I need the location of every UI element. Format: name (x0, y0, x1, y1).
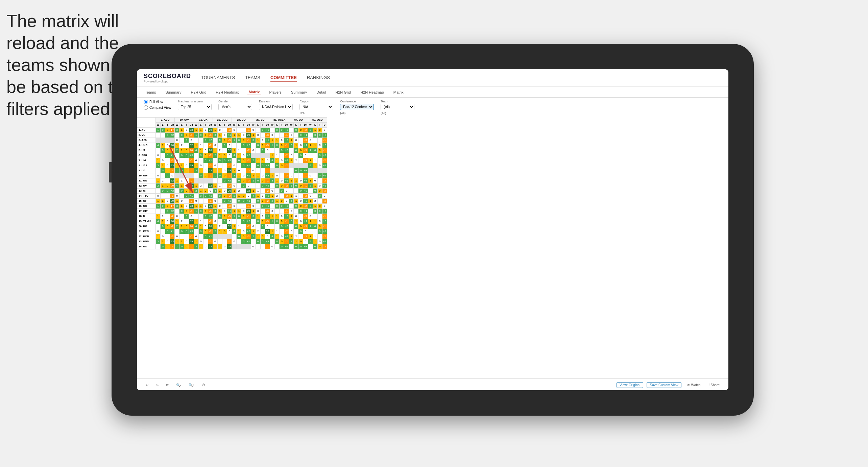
matrix-cell: +1 (284, 244, 289, 249)
sub-tab-h2h-grid[interactable]: H2H Grid (189, 90, 208, 95)
matrix-cell: 0 (270, 133, 275, 138)
matrix-cell (156, 168, 161, 173)
matrix-cell (260, 189, 265, 194)
sub-tab-h2h-grid2[interactable]: H2H Grid (334, 90, 352, 95)
matrix-cell: 0 (237, 158, 241, 163)
matrix-cell (308, 153, 313, 158)
matrix-cell: 0 (161, 234, 165, 239)
sub-tab-summary2[interactable]: Summary (290, 90, 308, 95)
nav-teams[interactable]: TEAMS (245, 74, 260, 82)
matrix-cell (161, 133, 165, 138)
view-original-button[interactable]: View: Original (617, 382, 644, 388)
matrix-cell: +1 (322, 183, 327, 189)
matrix-cell: 0 (161, 204, 165, 209)
matrix-cell: 0 (237, 234, 241, 239)
matrix-container[interactable]: 3. ASU 10. UW 11. UA 22. UCB 24. UO 27. … (137, 117, 728, 378)
matrix-cell: 2 (232, 194, 237, 199)
matrix-cell (241, 204, 246, 209)
matrix-cell: 0 (298, 204, 303, 209)
undo-button[interactable]: ↩ (144, 383, 150, 388)
matrix-cell: 0 (251, 168, 256, 173)
table-row: 17. GIT0+200-3100-1310+11102910-30-100+1… (137, 209, 327, 214)
watch-button[interactable]: 👁 Watch (685, 383, 703, 388)
full-view-radio[interactable]: Full View (144, 100, 171, 104)
gender-select[interactable]: Men's (218, 104, 252, 110)
matrix-cell (265, 153, 270, 158)
matrix-cell (275, 209, 280, 214)
matrix-cell (161, 209, 165, 214)
full-view-radio-input[interactable] (144, 100, 148, 104)
zoom-out-button[interactable]: 🔍- (174, 383, 183, 388)
matrix-cell: 1 (175, 219, 179, 224)
matrix-cell: 1 (179, 178, 184, 183)
matrix-cell: +1 (265, 214, 270, 219)
matrix-cell: 0 (246, 183, 251, 189)
matrix-cell: 26 (208, 224, 213, 229)
sub-t-uo: T (241, 123, 246, 128)
matrix-cell: 0 (313, 178, 317, 183)
matrix-cell: 0 (317, 239, 322, 244)
matrix-cell: 0 (317, 224, 322, 229)
sub-tab-matrix[interactable]: Matrix (247, 89, 261, 95)
zoom-in-button[interactable]: 🔍+ (187, 383, 197, 388)
sub-tab-players[interactable]: Players (268, 90, 283, 95)
matrix-cell: 0 (294, 138, 298, 143)
share-button[interactable]: ⤴ Share (706, 383, 722, 388)
matrix-cell: 0 (184, 244, 189, 249)
matrix-cell: 1 (294, 239, 298, 244)
matrix-cell: 1 (289, 158, 294, 163)
matrix-cell: +1 (246, 173, 251, 178)
matrix-cell: 0 (260, 173, 265, 178)
conference-select[interactable]: Pac-12 Conference (340, 104, 374, 110)
settings-button[interactable]: ⏱ (200, 383, 208, 388)
matrix-cell: 0 (275, 173, 280, 178)
refresh-button[interactable]: ⟳ (164, 383, 171, 388)
compact-view-radio[interactable]: Compact View (144, 105, 171, 110)
matrix-cell: -3 (170, 234, 175, 239)
nav-tournaments[interactable]: TOURNAMENTS (201, 74, 235, 82)
sub-tab-h2h-heatmap2[interactable]: H2H Heatmap (359, 90, 385, 95)
sub-tab-h2h-heatmap[interactable]: H2H Heatmap (214, 90, 241, 95)
matrix-cell: 1 (156, 128, 161, 133)
sub-tab-detail[interactable]: Detail (315, 90, 327, 95)
sub-tab-summary[interactable]: Summary (164, 90, 183, 95)
matrix-cell (275, 148, 280, 153)
matrix-cell: 0 (241, 153, 246, 158)
row-label: 16. UO (137, 204, 156, 209)
compact-view-radio-input[interactable] (144, 105, 148, 110)
sub-tab-teams[interactable]: Teams (144, 90, 157, 95)
matrix-cell: 1 (289, 234, 294, 239)
sub-w-uw: W (175, 123, 179, 128)
redo-button[interactable]: ↪ (154, 383, 161, 388)
sub-tab-matrix2[interactable]: Matrix (392, 90, 405, 95)
matrix-cell: 0 (298, 229, 303, 234)
matrix-cell: -2 (284, 239, 289, 244)
matrix-cell (218, 239, 222, 244)
matrix-cell: +2 (208, 138, 213, 143)
matrix-cell: 0 (237, 168, 241, 173)
sub-t-ucla: T (280, 123, 284, 128)
matrix-cell (317, 178, 322, 183)
matrix-cell: 1 (237, 229, 241, 234)
save-custom-button[interactable]: Save Custom View (647, 382, 681, 388)
matrix-cell: +3 (322, 209, 327, 214)
matrix-cell: 0 (260, 214, 265, 219)
matrix-cell (175, 189, 179, 194)
region-select[interactable]: N/A (299, 104, 333, 110)
matrix-cell (313, 229, 317, 234)
max-teams-select[interactable]: Top 25 (178, 104, 212, 110)
matrix-cell: 0 (218, 158, 222, 163)
matrix-cell: +3 (189, 229, 194, 234)
matrix-cell: 23 (189, 128, 194, 133)
row-label: 14. TTU (137, 194, 156, 199)
team-select[interactable]: (All) (381, 104, 414, 110)
matrix-cell: 0 (222, 178, 227, 183)
nav-rankings[interactable]: RANKINGS (307, 74, 330, 82)
matrix-cell: -2 (322, 158, 327, 163)
nav-committee[interactable]: COMMITTEE (270, 74, 297, 82)
matrix-cell (289, 128, 294, 133)
tablet-frame: SCOREBOARD Powered by clippd TOURNAMENTS… (112, 44, 754, 416)
matrix-cell (222, 224, 227, 229)
row-label: 5. UT (137, 148, 156, 153)
division-select[interactable]: NCAA Division I (259, 104, 293, 110)
